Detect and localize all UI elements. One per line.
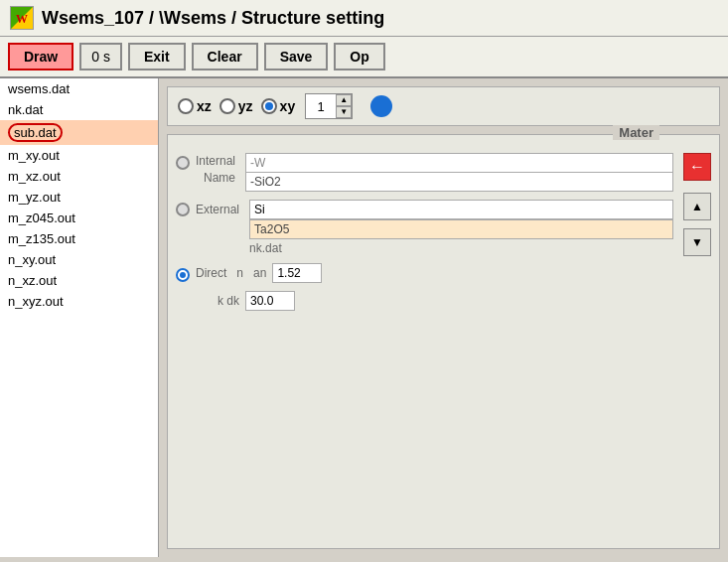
list-item[interactable]: n_xz.out	[0, 270, 158, 291]
app-logo: W	[10, 6, 34, 30]
plane-selection-row: xz yz xy ▲ ▼	[167, 86, 720, 126]
list-item[interactable]: n_xyz.out	[0, 291, 158, 312]
right-panel: xz yz xy ▲ ▼ Mat	[159, 78, 728, 557]
spinbox-up[interactable]: ▲	[336, 94, 352, 106]
radio-xz-label: xz	[197, 98, 212, 114]
direct-value[interactable]	[272, 263, 322, 283]
list-item[interactable]: nk.dat	[0, 99, 158, 120]
radio-xy-circle[interactable]	[261, 98, 277, 114]
external-value2[interactable]: Ta2O5	[249, 219, 673, 239]
radio-yz-label: yz	[238, 98, 253, 114]
spinbox-down[interactable]: ▼	[336, 106, 352, 118]
material-panel: Mater Internal Name -W -SiO2	[167, 134, 720, 549]
time-display: 0 s	[79, 43, 122, 70]
direct-n-label: n	[236, 265, 243, 282]
list-item[interactable]: m_yz.out	[0, 187, 158, 208]
internal-value1[interactable]: -W	[245, 153, 673, 173]
blue-circle-button[interactable]	[370, 95, 392, 117]
external-radio[interactable]	[176, 203, 190, 216]
internal-value2[interactable]: -SiO2	[245, 173, 673, 192]
op-button[interactable]: Op	[334, 43, 384, 70]
material-controls: ← ▲ ▼	[683, 153, 711, 311]
direct-row: Direct n an	[176, 263, 673, 283]
external-value2-text: Ta2O5	[254, 222, 289, 236]
list-item[interactable]: m_xz.out	[0, 166, 158, 187]
material-options: Internal Name -W -SiO2 External	[176, 153, 673, 311]
file-item-circled-label: sub.dat	[8, 123, 63, 142]
list-item-selected[interactable]: sub.dat	[0, 120, 158, 145]
internal-label2: Name	[204, 170, 235, 187]
internal-input-group: -W -SiO2	[245, 153, 673, 192]
direct-radio[interactable]	[176, 268, 190, 282]
window-title: Wsems_107 / \Wsems / Structure setting	[42, 8, 384, 29]
list-item[interactable]: m_z135.out	[0, 228, 158, 249]
title-bar: W Wsems_107 / \Wsems / Structure setting	[0, 0, 728, 37]
exit-button[interactable]: Exit	[128, 43, 186, 70]
external-inputs: Ta2O5 nk.dat	[249, 200, 673, 255]
radio-xy[interactable]: xy	[261, 98, 296, 114]
plane-radio-group: xz yz xy	[178, 98, 295, 114]
internal-label1: Internal	[196, 153, 235, 170]
list-item[interactable]: m_xy.out	[0, 145, 158, 166]
nk-label: nk.dat	[249, 241, 673, 255]
list-item[interactable]: n_xy.out	[0, 249, 158, 270]
internal-radio[interactable]	[176, 156, 190, 170]
external-row: External Ta2O5 nk.dat	[176, 200, 673, 255]
save-button[interactable]: Save	[264, 43, 329, 70]
material-section-label: Mater	[613, 125, 659, 140]
radio-xz[interactable]: xz	[178, 98, 212, 114]
external-value1[interactable]	[249, 200, 673, 219]
material-inner: Internal Name -W -SiO2 External	[176, 153, 711, 311]
direct-label: Direct	[196, 265, 226, 282]
spinbox-arrows: ▲ ▼	[336, 94, 352, 118]
plane-spinbox[interactable]: ▲ ▼	[305, 93, 353, 119]
plane-value-input[interactable]	[306, 97, 336, 116]
direct-an-label: an	[253, 265, 266, 282]
k-value[interactable]	[245, 291, 295, 311]
left-arrow-button[interactable]: ←	[683, 153, 711, 181]
k-row: k dk	[176, 291, 673, 311]
toolbar: Draw 0 s Exit Clear Save Op	[0, 37, 728, 78]
draw-button[interactable]: Draw	[8, 43, 73, 70]
main-content: wsems.dat nk.dat sub.dat m_xy.out m_xz.o…	[0, 78, 728, 557]
radio-xz-circle[interactable]	[178, 98, 194, 114]
radio-xy-label: xy	[280, 98, 296, 114]
external-label: External	[196, 202, 239, 218]
list-item[interactable]: wsems.dat	[0, 78, 158, 99]
down-button[interactable]: ▼	[683, 228, 711, 256]
k-label: k dk	[218, 293, 239, 310]
list-item[interactable]: m_z045.out	[0, 208, 158, 228]
file-list: wsems.dat nk.dat sub.dat m_xy.out m_xz.o…	[0, 78, 159, 557]
up-button[interactable]: ▲	[683, 193, 711, 220]
radio-yz-circle[interactable]	[219, 98, 235, 114]
radio-yz[interactable]: yz	[219, 98, 253, 114]
internal-row: Internal Name -W -SiO2	[176, 153, 673, 192]
svg-text:W: W	[16, 12, 28, 26]
clear-button[interactable]: Clear	[192, 43, 258, 70]
